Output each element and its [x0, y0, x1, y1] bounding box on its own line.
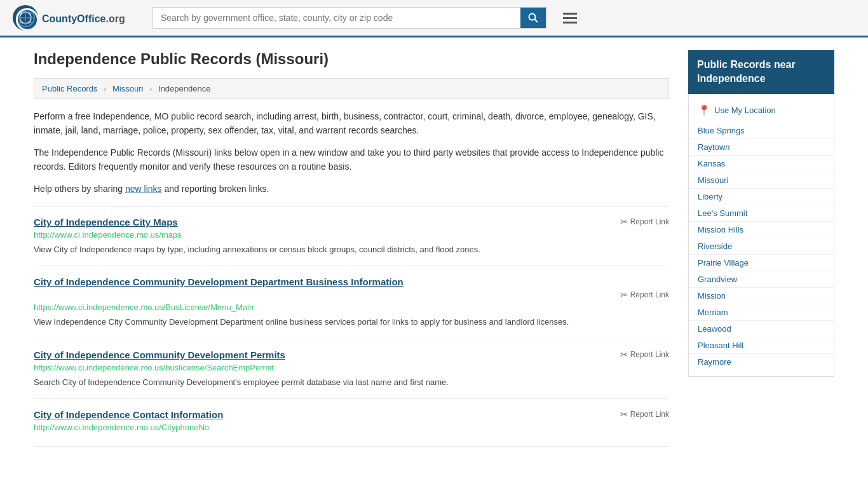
description-2: The Independence Public Records (Missour…	[34, 146, 669, 174]
sidebar-link-prairie-village[interactable]: Prairie Village	[689, 255, 834, 271]
svg-point-0	[14, 6, 37, 29]
svg-line-6	[535, 20, 538, 23]
scissors-icon-4: ✂	[620, 409, 628, 419]
resource-desc-2: View Independence City Community Develop…	[34, 316, 669, 329]
resource-url-2[interactable]: https://www.ci.independence.mo.us/BusLic…	[34, 302, 669, 312]
resource-title-4[interactable]: City of Independence Contact Information	[34, 409, 223, 420]
breadcrumb: Public Records › Missouri › Independence	[34, 78, 669, 99]
resource-title-2[interactable]: City of Independence Community Developme…	[34, 276, 403, 287]
resource-url-1[interactable]: http://www.ci.independence.mo.us/maps	[34, 230, 669, 240]
description-3: Help others by sharing new links and rep…	[34, 182, 669, 196]
sidebar-link-mission-hills[interactable]: Mission Hills	[689, 222, 834, 238]
sidebar-content: 📍 Use My Location Blue Springs Raytown K…	[688, 94, 834, 377]
sidebar-link-kansas[interactable]: Kansas	[689, 156, 834, 172]
resource-url-3[interactable]: https://www.ci.independence.mo.us/buslic…	[34, 363, 669, 372]
logo-icon	[13, 5, 38, 30]
resource-item-1: City of Independence City Maps ✂ Report …	[34, 217, 669, 267]
report-link-2[interactable]: ✂ Report Link	[620, 290, 669, 300]
resource-item-4: City of Independence Contact Information…	[34, 409, 669, 447]
resource-desc-1: View City of Independence maps by type, …	[34, 243, 669, 256]
report-link-4[interactable]: ✂ Report Link	[620, 409, 669, 419]
sidebar-link-grandview[interactable]: Grandview	[689, 271, 834, 288]
sidebar-link-blue-springs[interactable]: Blue Springs	[689, 123, 834, 139]
sidebar-link-pleasant-hill[interactable]: Pleasant Hill	[689, 337, 834, 354]
search-bar	[153, 7, 546, 29]
resource-header-4: City of Independence Contact Information…	[34, 409, 669, 420]
main-container: Independence Public Records (Missouri) P…	[21, 37, 847, 470]
location-pin-icon: 📍	[698, 104, 710, 116]
resource-header-2: City of Independence Community Developme…	[34, 276, 669, 287]
logo-text: CountyOffice.org	[42, 11, 125, 25]
page-title: Independence Public Records (Missouri)	[34, 50, 669, 68]
sidebar-link-raymore[interactable]: Raymore	[689, 354, 834, 370]
resource-title-1[interactable]: City of Independence City Maps	[34, 217, 178, 227]
content-area: Independence Public Records (Missouri) P…	[34, 50, 669, 457]
svg-point-2	[20, 12, 31, 24]
divider-1	[34, 206, 669, 207]
menu-line-1	[563, 13, 577, 15]
resource-desc-3: Search City of Independence Community De…	[34, 376, 669, 389]
scissors-icon-3: ✂	[620, 349, 628, 360]
breadcrumb-sep-1: ›	[104, 84, 106, 93]
search-icon	[528, 13, 538, 23]
resource-item-2: City of Independence Community Developme…	[34, 276, 669, 339]
sidebar-location: 📍 Use My Location	[689, 100, 834, 120]
use-my-location-link[interactable]: Use My Location	[714, 105, 776, 115]
breadcrumb-independence: Independence	[158, 84, 210, 93]
new-links-link[interactable]: new links	[125, 184, 162, 194]
breadcrumb-missouri[interactable]: Missouri	[112, 84, 143, 93]
search-input[interactable]	[153, 8, 520, 28]
search-button[interactable]	[520, 8, 546, 28]
sidebar-title: Public Records near Independence	[688, 50, 834, 94]
sidebar-link-missouri[interactable]: Missouri	[689, 172, 834, 189]
resource-url-4[interactable]: http://www.ci.independence.mo.us/Citypho…	[34, 423, 669, 432]
scissors-icon-2: ✂	[620, 290, 628, 300]
description-1: Perform a free Independence, MO public r…	[34, 109, 669, 138]
report-link-3[interactable]: ✂ Report Link	[620, 349, 669, 360]
sidebar-link-lees-summit[interactable]: Lee's Summit	[689, 205, 834, 222]
menu-button[interactable]	[559, 9, 581, 27]
sidebar-link-liberty[interactable]: Liberty	[689, 189, 834, 205]
menu-line-2	[563, 17, 577, 19]
resource-header-1: City of Independence City Maps ✂ Report …	[34, 217, 669, 227]
svg-point-5	[529, 14, 536, 20]
resource-title-3[interactable]: City of Independence Community Developme…	[34, 349, 285, 360]
sidebar: Public Records near Independence 📍 Use M…	[688, 50, 834, 457]
sidebar-link-riverside[interactable]: Riverside	[689, 238, 834, 255]
scissors-icon-1: ✂	[620, 217, 628, 227]
report-link-1[interactable]: ✂ Report Link	[620, 217, 669, 227]
resource-header-3: City of Independence Community Developme…	[34, 349, 669, 360]
menu-line-3	[563, 22, 577, 24]
sidebar-link-merriam[interactable]: Merriam	[689, 304, 834, 321]
sidebar-link-raytown[interactable]: Raytown	[689, 139, 834, 156]
breadcrumb-sep-2: ›	[149, 84, 152, 93]
breadcrumb-public-records[interactable]: Public Records	[42, 84, 97, 93]
header: CountyOffice.org	[0, 0, 868, 37]
sidebar-link-leawood[interactable]: Leawood	[689, 321, 834, 337]
sidebar-link-mission[interactable]: Mission	[689, 288, 834, 304]
resource-item-3: City of Independence Community Developme…	[34, 349, 669, 400]
logo-area: CountyOffice.org	[13, 5, 140, 30]
svg-point-1	[17, 9, 34, 27]
